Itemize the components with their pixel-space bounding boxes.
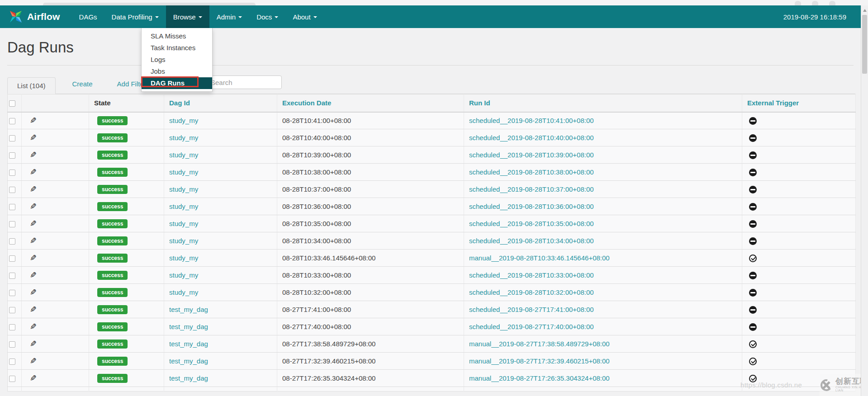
edit-pencil-icon[interactable]: ✎ xyxy=(30,167,37,177)
row-checkbox[interactable] xyxy=(9,170,15,176)
watermark-logo-icon xyxy=(820,378,833,392)
select-all-checkbox[interactable] xyxy=(9,100,15,107)
run-id-link[interactable]: manual__2019-08-27T17:26:35.304324+08:00 xyxy=(469,374,610,382)
nav-item-browse[interactable]: Browse xyxy=(166,5,209,28)
run-id-link[interactable]: scheduled__2019-08-27T17:41:00+08:00 xyxy=(469,306,594,313)
run-id-link[interactable]: manual__2019-08-27T17:38:58.489729+08:00 xyxy=(469,340,610,348)
dag-id-link[interactable]: test_my_dag xyxy=(169,357,208,365)
edit-pencil-icon[interactable]: ✎ xyxy=(30,253,37,263)
row-checkbox[interactable] xyxy=(9,255,15,262)
row-checkbox[interactable] xyxy=(9,118,15,124)
edit-pencil-icon[interactable]: ✎ xyxy=(30,270,37,280)
run-id-link[interactable]: manual__2019-08-28T10:33:46.145646+08:00 xyxy=(469,254,610,262)
row-checkbox[interactable] xyxy=(9,376,15,382)
run-id-link[interactable]: scheduled__2019-08-28T10:35:00+08:00 xyxy=(469,220,594,227)
row-checkbox[interactable] xyxy=(9,290,15,296)
table-row: ✎successstudy_my08-28T10:36:00+08:00sche… xyxy=(8,198,856,215)
row-checkbox[interactable] xyxy=(9,238,15,245)
dag-id-link[interactable]: study_my xyxy=(169,203,198,210)
edit-pencil-icon[interactable]: ✎ xyxy=(30,184,37,194)
nav-item-dags[interactable]: DAGs xyxy=(72,5,104,28)
dag-id-link[interactable]: study_my xyxy=(169,220,198,227)
dag-id-link[interactable]: study_my xyxy=(169,151,198,159)
run-id-link[interactable]: scheduled__2019-08-28T10:37:00+08:00 xyxy=(469,185,594,193)
table-row: ✎successtest_my_dag08-27T17:26:35.304324… xyxy=(8,370,856,387)
run-id-link[interactable]: manual__2019-08-27T17:32:39.460215+08:00 xyxy=(469,357,610,365)
dag-id-link[interactable]: study_my xyxy=(169,168,198,176)
create-link[interactable]: Create xyxy=(72,80,93,94)
run-id-link[interactable]: scheduled__2019-08-28T10:34:00+08:00 xyxy=(469,237,594,245)
dag-id-link[interactable]: study_my xyxy=(169,237,198,245)
dag-id-link[interactable]: study_my xyxy=(169,254,198,262)
edit-pencil-icon[interactable]: ✎ xyxy=(30,305,37,315)
menu-item-dag-runs[interactable]: DAG Runs xyxy=(142,77,212,89)
menu-item-task-instances[interactable]: Task Instances xyxy=(142,42,212,54)
external-trigger-false-minus-circle-icon xyxy=(749,237,757,245)
search-input[interactable] xyxy=(206,75,282,89)
row-checkbox[interactable] xyxy=(9,324,15,330)
run-id-link[interactable]: scheduled__2019-08-28T10:40:00+08:00 xyxy=(469,134,594,141)
table-row: ✎successtest_my_dag08-27T17:40:00+08:00s… xyxy=(8,318,856,335)
scroll-up-arrow-icon[interactable] xyxy=(863,9,867,12)
run-id-link[interactable]: scheduled__2019-08-27T17:40:00+08:00 xyxy=(469,323,594,330)
row-checkbox[interactable] xyxy=(9,273,15,279)
dag-id-link[interactable]: study_my xyxy=(169,288,198,296)
row-checkbox[interactable] xyxy=(9,187,15,193)
menu-item-jobs[interactable]: Jobs xyxy=(142,66,212,77)
dag-id-link[interactable]: study_my xyxy=(169,185,198,193)
row-checkbox[interactable] xyxy=(9,341,15,348)
nav-item-admin[interactable]: Admin xyxy=(209,5,250,28)
run-id-column-header[interactable]: Run Id xyxy=(469,99,490,107)
dag-id-link[interactable]: test_my_dag xyxy=(169,306,208,313)
nav-item-docs[interactable]: Docs xyxy=(249,5,285,28)
dag-id-column-header[interactable]: Dag Id xyxy=(169,99,190,107)
state-badge: success xyxy=(97,271,128,280)
airflow-brand[interactable]: Airflow xyxy=(0,5,72,28)
row-checkbox[interactable] xyxy=(9,221,15,227)
edit-pencil-icon[interactable]: ✎ xyxy=(30,236,37,246)
run-id-link[interactable]: scheduled__2019-08-28T10:41:00+08:00 xyxy=(469,117,594,124)
dag-id-link[interactable]: study_my xyxy=(169,271,198,279)
scrollbar-thumb[interactable] xyxy=(862,15,867,74)
menu-item-sla-misses[interactable]: SLA Misses xyxy=(142,30,212,42)
state-badge: success xyxy=(97,357,128,366)
edit-pencil-icon[interactable]: ✎ xyxy=(30,288,37,297)
edit-pencil-icon[interactable]: ✎ xyxy=(30,116,37,126)
dag-id-link[interactable]: test_my_dag xyxy=(169,340,208,348)
vertical-scrollbar[interactable] xyxy=(861,5,868,396)
nav-item-data-profiling[interactable]: Data Profiling xyxy=(104,5,166,28)
row-checkbox[interactable] xyxy=(9,204,15,210)
edit-pencil-icon[interactable]: ✎ xyxy=(30,339,37,349)
edit-pencil-icon[interactable]: ✎ xyxy=(30,202,37,212)
run-id-link[interactable]: scheduled__2019-08-28T10:32:00+08:00 xyxy=(469,288,594,296)
run-id-link[interactable]: scheduled__2019-08-28T10:39:00+08:00 xyxy=(469,151,594,159)
edit-pencil-icon[interactable]: ✎ xyxy=(30,356,37,366)
edit-pencil-icon[interactable]: ✎ xyxy=(30,133,37,143)
nav-item-about[interactable]: About xyxy=(285,5,324,28)
row-checkbox[interactable] xyxy=(9,135,15,141)
run-id-link[interactable]: scheduled__2019-08-28T10:36:00+08:00 xyxy=(469,203,594,210)
airflow-pinwheel-icon xyxy=(8,9,24,24)
execution-date-cell: 08-28T10:34:00+08:00 xyxy=(277,232,464,250)
dag-id-link[interactable]: test_my_dag xyxy=(169,323,208,330)
edit-pencil-icon[interactable]: ✎ xyxy=(30,373,37,383)
external-trigger-true-check-circle-icon xyxy=(749,340,757,348)
row-checkbox[interactable] xyxy=(9,152,15,159)
tab-list[interactable]: List (104) xyxy=(7,77,56,94)
table-body: ✎successstudy_my08-28T10:41:00+08:00sche… xyxy=(8,112,856,391)
run-id-link[interactable]: scheduled__2019-08-28T10:33:00+08:00 xyxy=(469,271,594,279)
external-trigger-column-header[interactable]: External Trigger xyxy=(747,99,799,107)
table-row: ✎successstudy_my08-28T10:41:00+08:00sche… xyxy=(8,112,856,129)
state-badge: success xyxy=(97,288,128,297)
execution-date-column-header[interactable]: Execution Date xyxy=(282,99,331,107)
run-id-link[interactable]: scheduled__2019-08-28T10:38:00+08:00 xyxy=(469,168,594,176)
edit-pencil-icon[interactable]: ✎ xyxy=(30,150,37,160)
dag-id-link[interactable]: test_my_dag xyxy=(169,374,208,382)
row-checkbox[interactable] xyxy=(9,307,15,313)
dag-id-link[interactable]: study_my xyxy=(169,117,198,124)
menu-item-logs[interactable]: Logs xyxy=(142,54,212,66)
edit-pencil-icon[interactable]: ✎ xyxy=(30,322,37,332)
dag-id-link[interactable]: study_my xyxy=(169,134,198,141)
edit-pencil-icon[interactable]: ✎ xyxy=(30,219,37,229)
row-checkbox[interactable] xyxy=(9,358,15,365)
